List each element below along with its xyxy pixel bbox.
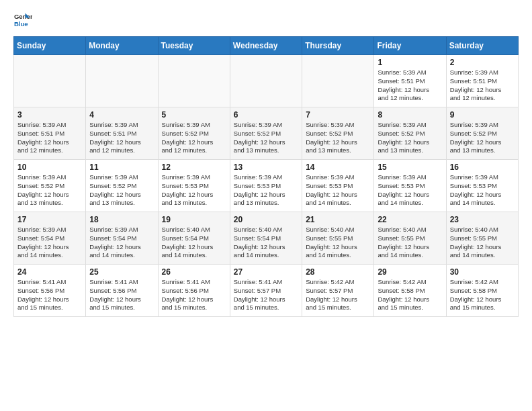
day-number: 19 bbox=[162, 215, 226, 224]
calendar-week-3: 10Sunrise: 5:39 AM Sunset: 5:52 PM Dayli… bbox=[14, 160, 519, 212]
day-info: Sunrise: 5:39 AM Sunset: 5:52 PM Dayligh… bbox=[17, 173, 82, 208]
day-info: Sunrise: 5:39 AM Sunset: 5:52 PM Dayligh… bbox=[162, 121, 226, 155]
day-number: 23 bbox=[450, 215, 515, 224]
calendar-cell: 23Sunrise: 5:40 AM Sunset: 5:55 PM Dayli… bbox=[446, 212, 518, 265]
day-info: Sunrise: 5:40 AM Sunset: 5:54 PM Dayligh… bbox=[162, 226, 226, 260]
day-number: 26 bbox=[162, 267, 226, 277]
day-number: 8 bbox=[378, 110, 442, 120]
day-number: 15 bbox=[378, 163, 442, 172]
day-info: Sunrise: 5:39 AM Sunset: 5:51 PM Dayligh… bbox=[378, 68, 442, 103]
calendar-cell: 1Sunrise: 5:39 AM Sunset: 5:51 PM Daylig… bbox=[374, 55, 446, 107]
weekday-header-friday: Friday bbox=[374, 37, 446, 55]
day-info: Sunrise: 5:39 AM Sunset: 5:51 PM Dayligh… bbox=[450, 68, 515, 103]
calendar-cell: 12Sunrise: 5:39 AM Sunset: 5:53 PM Dayli… bbox=[158, 160, 230, 212]
calendar-cell: 5Sunrise: 5:39 AM Sunset: 5:52 PM Daylig… bbox=[158, 107, 230, 160]
calendar-cell: 2Sunrise: 5:39 AM Sunset: 5:51 PM Daylig… bbox=[446, 55, 518, 107]
day-number: 21 bbox=[306, 215, 370, 224]
calendar-cell: 4Sunrise: 5:39 AM Sunset: 5:51 PM Daylig… bbox=[86, 107, 158, 160]
day-info: Sunrise: 5:42 AM Sunset: 5:58 PM Dayligh… bbox=[378, 278, 442, 312]
day-number: 11 bbox=[89, 163, 154, 172]
weekday-header-row: SundayMondayTuesdayWednesdayThursdayFrid… bbox=[14, 37, 519, 55]
day-number: 7 bbox=[306, 110, 370, 120]
day-number: 24 bbox=[17, 267, 82, 277]
header: General Blue bbox=[13, 11, 519, 30]
calendar-body: 1Sunrise: 5:39 AM Sunset: 5:51 PM Daylig… bbox=[14, 55, 519, 317]
calendar-cell: 19Sunrise: 5:40 AM Sunset: 5:54 PM Dayli… bbox=[158, 212, 230, 265]
day-number: 1 bbox=[378, 58, 442, 67]
day-info: Sunrise: 5:39 AM Sunset: 5:52 PM Dayligh… bbox=[306, 121, 370, 155]
day-info: Sunrise: 5:39 AM Sunset: 5:54 PM Dayligh… bbox=[89, 226, 154, 260]
calendar-cell: 29Sunrise: 5:42 AM Sunset: 5:58 PM Dayli… bbox=[374, 265, 446, 317]
calendar-cell bbox=[14, 55, 86, 107]
day-info: Sunrise: 5:39 AM Sunset: 5:52 PM Dayligh… bbox=[450, 121, 515, 155]
day-number: 9 bbox=[450, 110, 515, 120]
weekday-header-saturday: Saturday bbox=[446, 37, 518, 55]
weekday-header-thursday: Thursday bbox=[302, 37, 374, 55]
day-info: Sunrise: 5:41 AM Sunset: 5:57 PM Dayligh… bbox=[234, 278, 298, 312]
day-info: Sunrise: 5:39 AM Sunset: 5:52 PM Dayligh… bbox=[378, 121, 442, 155]
calendar-cell: 26Sunrise: 5:41 AM Sunset: 5:56 PM Dayli… bbox=[158, 265, 230, 317]
day-number: 2 bbox=[450, 58, 515, 67]
day-number: 30 bbox=[450, 267, 515, 277]
day-number: 25 bbox=[89, 267, 154, 277]
day-info: Sunrise: 5:40 AM Sunset: 5:55 PM Dayligh… bbox=[306, 226, 370, 260]
calendar-cell: 20Sunrise: 5:40 AM Sunset: 5:54 PM Dayli… bbox=[230, 212, 302, 265]
calendar-cell: 27Sunrise: 5:41 AM Sunset: 5:57 PM Dayli… bbox=[230, 265, 302, 317]
day-info: Sunrise: 5:40 AM Sunset: 5:55 PM Dayligh… bbox=[378, 226, 442, 260]
calendar-cell bbox=[302, 55, 374, 107]
day-number: 20 bbox=[234, 215, 298, 224]
calendar-cell: 13Sunrise: 5:39 AM Sunset: 5:53 PM Dayli… bbox=[230, 160, 302, 212]
weekday-header-sunday: Sunday bbox=[14, 37, 86, 55]
day-info: Sunrise: 5:41 AM Sunset: 5:56 PM Dayligh… bbox=[162, 278, 226, 312]
day-number: 13 bbox=[234, 163, 298, 172]
day-info: Sunrise: 5:41 AM Sunset: 5:56 PM Dayligh… bbox=[89, 278, 154, 312]
day-info: Sunrise: 5:39 AM Sunset: 5:53 PM Dayligh… bbox=[306, 173, 370, 208]
calendar-cell: 8Sunrise: 5:39 AM Sunset: 5:52 PM Daylig… bbox=[374, 107, 446, 160]
calendar-cell: 21Sunrise: 5:40 AM Sunset: 5:55 PM Dayli… bbox=[302, 212, 374, 265]
calendar-cell: 11Sunrise: 5:39 AM Sunset: 5:52 PM Dayli… bbox=[86, 160, 158, 212]
day-info: Sunrise: 5:39 AM Sunset: 5:52 PM Dayligh… bbox=[234, 121, 298, 155]
page: General Blue SundayMondayTuesdayWednesda… bbox=[0, 0, 532, 324]
calendar-week-2: 3Sunrise: 5:39 AM Sunset: 5:51 PM Daylig… bbox=[14, 107, 519, 160]
day-number: 6 bbox=[234, 110, 298, 120]
day-info: Sunrise: 5:40 AM Sunset: 5:55 PM Dayligh… bbox=[450, 226, 515, 260]
day-number: 3 bbox=[17, 110, 82, 120]
day-info: Sunrise: 5:39 AM Sunset: 5:53 PM Dayligh… bbox=[234, 173, 298, 208]
calendar-cell: 7Sunrise: 5:39 AM Sunset: 5:52 PM Daylig… bbox=[302, 107, 374, 160]
logo-icon: General Blue bbox=[13, 11, 32, 30]
calendar-cell: 14Sunrise: 5:39 AM Sunset: 5:53 PM Dayli… bbox=[302, 160, 374, 212]
day-number: 27 bbox=[234, 267, 298, 277]
weekday-header-wednesday: Wednesday bbox=[230, 37, 302, 55]
calendar-cell: 22Sunrise: 5:40 AM Sunset: 5:55 PM Dayli… bbox=[374, 212, 446, 265]
day-number: 18 bbox=[89, 215, 154, 224]
calendar-cell: 30Sunrise: 5:42 AM Sunset: 5:58 PM Dayli… bbox=[446, 265, 518, 317]
calendar-cell: 25Sunrise: 5:41 AM Sunset: 5:56 PM Dayli… bbox=[86, 265, 158, 317]
day-info: Sunrise: 5:39 AM Sunset: 5:51 PM Dayligh… bbox=[17, 121, 82, 155]
calendar-cell: 28Sunrise: 5:42 AM Sunset: 5:57 PM Dayli… bbox=[302, 265, 374, 317]
day-info: Sunrise: 5:42 AM Sunset: 5:58 PM Dayligh… bbox=[450, 278, 515, 312]
calendar-cell bbox=[158, 55, 230, 107]
day-number: 10 bbox=[17, 163, 82, 172]
calendar-cell bbox=[230, 55, 302, 107]
calendar-cell: 16Sunrise: 5:39 AM Sunset: 5:53 PM Dayli… bbox=[446, 160, 518, 212]
day-info: Sunrise: 5:40 AM Sunset: 5:54 PM Dayligh… bbox=[234, 226, 298, 260]
day-number: 4 bbox=[89, 110, 154, 120]
day-number: 12 bbox=[162, 163, 226, 172]
calendar-cell: 18Sunrise: 5:39 AM Sunset: 5:54 PM Dayli… bbox=[86, 212, 158, 265]
svg-text:General: General bbox=[14, 13, 32, 20]
day-info: Sunrise: 5:39 AM Sunset: 5:53 PM Dayligh… bbox=[450, 173, 515, 208]
day-info: Sunrise: 5:41 AM Sunset: 5:56 PM Dayligh… bbox=[17, 278, 82, 312]
svg-text:Blue: Blue bbox=[14, 20, 28, 28]
calendar-week-1: 1Sunrise: 5:39 AM Sunset: 5:51 PM Daylig… bbox=[14, 55, 519, 107]
day-info: Sunrise: 5:39 AM Sunset: 5:53 PM Dayligh… bbox=[162, 173, 226, 208]
day-info: Sunrise: 5:39 AM Sunset: 5:52 PM Dayligh… bbox=[89, 173, 154, 208]
weekday-header-tuesday: Tuesday bbox=[158, 37, 230, 55]
logo: General Blue bbox=[13, 11, 35, 30]
calendar-week-5: 24Sunrise: 5:41 AM Sunset: 5:56 PM Dayli… bbox=[14, 265, 519, 317]
weekday-header-monday: Monday bbox=[86, 37, 158, 55]
calendar-cell: 9Sunrise: 5:39 AM Sunset: 5:52 PM Daylig… bbox=[446, 107, 518, 160]
calendar-cell: 6Sunrise: 5:39 AM Sunset: 5:52 PM Daylig… bbox=[230, 107, 302, 160]
calendar-cell: 17Sunrise: 5:39 AM Sunset: 5:54 PM Dayli… bbox=[14, 212, 86, 265]
day-number: 14 bbox=[306, 163, 370, 172]
calendar-cell bbox=[86, 55, 158, 107]
